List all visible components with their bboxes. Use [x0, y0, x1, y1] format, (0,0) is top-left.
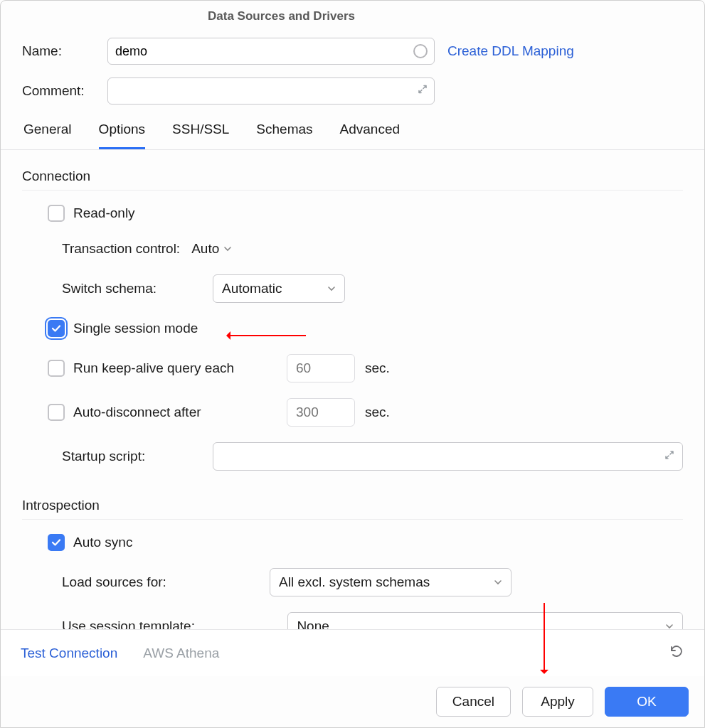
- autodisconnect-checkbox[interactable]: [48, 404, 65, 421]
- chevron-down-icon: [223, 241, 232, 257]
- dialog-content: Name: Create DDL Mapping Comment: Genera…: [1, 32, 704, 641]
- startup-script-input[interactable]: [213, 442, 683, 471]
- autodisconnect-value[interactable]: [287, 398, 355, 427]
- footer-bar: Test Connection AWS Athena: [1, 629, 704, 676]
- ok-button[interactable]: OK: [605, 687, 689, 717]
- tab-general[interactable]: General: [23, 122, 72, 149]
- autodisconnect-sec: sec.: [365, 405, 390, 420]
- tabs-divider: [1, 149, 704, 150]
- tx-control-value: Auto: [191, 241, 219, 257]
- name-input[interactable]: [107, 38, 435, 65]
- keepalive-label: Run keep-alive query each: [73, 360, 287, 376]
- dialog-window: Data Sources and Drivers Name: Create DD…: [0, 0, 705, 728]
- button-bar: Cancel Apply OK: [1, 676, 704, 727]
- single-session-row: Single session mode: [48, 318, 683, 338]
- connection-section-title: Connection: [22, 168, 683, 184]
- dialog-titlebar: Data Sources and Drivers: [1, 1, 704, 32]
- keepalive-sec: sec.: [365, 360, 390, 376]
- load-sources-row: Load sources for: All excl. system schem…: [62, 568, 683, 596]
- keepalive-value[interactable]: [287, 354, 355, 382]
- load-sources-label: Load sources for:: [62, 574, 270, 590]
- chevron-down-icon: [327, 284, 336, 293]
- load-sources-value: All excl. system schemas: [279, 574, 430, 590]
- annotation-arrow-left: [229, 335, 306, 336]
- tx-control-row: Transaction control: Auto: [62, 239, 683, 259]
- tx-control-label: Transaction control:: [62, 241, 180, 257]
- keepalive-checkbox[interactable]: [48, 360, 65, 377]
- auto-sync-checkbox[interactable]: [48, 534, 65, 551]
- cancel-button[interactable]: Cancel: [436, 687, 511, 717]
- startup-script-row: Startup script:: [62, 442, 683, 471]
- keepalive-row: Run keep-alive query each sec.: [48, 354, 683, 382]
- apply-button[interactable]: Apply: [522, 687, 593, 717]
- create-ddl-mapping-link[interactable]: Create DDL Mapping: [447, 43, 574, 59]
- annotation-arrow-down: [544, 603, 545, 671]
- startup-script-label: Startup script:: [62, 449, 213, 464]
- tab-advanced[interactable]: Advanced: [340, 122, 401, 149]
- comment-label: Comment:: [22, 83, 107, 99]
- expand-icon: [664, 449, 675, 464]
- switch-schema-value: Automatic: [222, 281, 282, 296]
- read-only-checkbox[interactable]: [48, 205, 65, 222]
- switch-schema-row: Switch schema: Automatic: [62, 274, 683, 303]
- tx-control-select[interactable]: Auto: [191, 241, 232, 257]
- connection-divider: [22, 190, 683, 191]
- autodisconnect-row: Auto-disconnect after sec.: [48, 398, 683, 427]
- single-session-label: Single session mode: [73, 321, 198, 336]
- introspection-section-title: Introspection: [22, 498, 683, 513]
- dialog-title: Data Sources and Drivers: [208, 9, 355, 23]
- read-only-label: Read-only: [73, 205, 135, 221]
- chevron-down-icon: [494, 578, 502, 587]
- name-label: Name:: [22, 43, 107, 59]
- tab-schemas[interactable]: Schemas: [256, 122, 312, 149]
- auto-sync-row: Auto sync: [48, 532, 683, 552]
- tab-options[interactable]: Options: [99, 122, 145, 149]
- name-row: Name: Create DDL Mapping: [22, 38, 683, 65]
- introspection-divider: [22, 519, 683, 520]
- tabstrip: General Options SSH/SSL Schemas Advanced: [22, 122, 683, 149]
- auto-sync-label: Auto sync: [73, 535, 132, 550]
- comment-row: Comment:: [22, 77, 683, 105]
- single-session-checkbox[interactable]: [48, 320, 65, 337]
- autodisconnect-label: Auto-disconnect after: [73, 405, 287, 420]
- switch-schema-select[interactable]: Automatic: [213, 274, 345, 303]
- read-only-row: Read-only: [48, 203, 683, 223]
- name-input-wrapper: [107, 38, 435, 65]
- revert-icon[interactable]: [669, 643, 684, 663]
- driver-name: AWS Athena: [143, 646, 219, 661]
- expand-icon: [417, 84, 428, 99]
- color-picker-icon[interactable]: [413, 44, 428, 58]
- test-connection-link[interactable]: Test Connection: [21, 646, 117, 661]
- switch-schema-label: Switch schema:: [62, 281, 213, 296]
- tab-ssh-ssl[interactable]: SSH/SSL: [172, 122, 229, 149]
- comment-input[interactable]: [107, 77, 435, 105]
- load-sources-select[interactable]: All excl. system schemas: [270, 568, 511, 596]
